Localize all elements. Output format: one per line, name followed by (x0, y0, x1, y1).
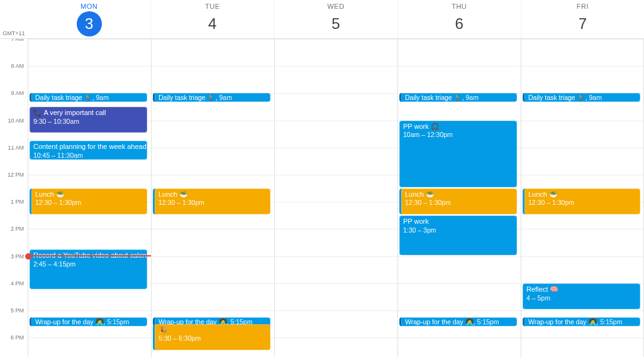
hour-gridline (152, 148, 274, 148)
hour-gridline (275, 175, 397, 175)
hour-gridline (152, 256, 274, 257)
event-time: 5:15pm (104, 318, 130, 326)
hour-gutter: 7 AM8 AM9 AM10 AM11 AM12 PM1 PM2 PM3 PM4… (0, 39, 28, 357)
event-title: Daily task triage 🏌️ (405, 94, 462, 101)
day-header: FRI7 (521, 0, 644, 38)
day-column[interactable]: Daily task triage 🏌️9amPP work 🎧10am – 1… (397, 39, 521, 357)
day-of-week-label: TUE (205, 3, 220, 10)
hour-gridline (521, 148, 644, 148)
hour-gridline (152, 66, 274, 67)
day-of-week-label: MON (80, 3, 97, 10)
calendar-event[interactable]: Daily task triage 🏌️9am (399, 93, 517, 102)
hour-label: 2 PM (11, 226, 24, 232)
calendar-event[interactable]: Lunch 🥗12:30 – 1:30pm (30, 189, 147, 214)
day-number-button[interactable]: 3 (77, 11, 102, 36)
day-columns[interactable]: Daily task triage 🏌️9am📞 A very importan… (28, 39, 644, 357)
hour-gridline (398, 39, 521, 40)
day-number-button[interactable]: 6 (447, 11, 472, 36)
calendar-event[interactable]: Content planning for the week ahead10:45… (30, 141, 147, 160)
day-of-week-label: THU (452, 3, 467, 10)
hour-gridline (28, 229, 151, 229)
day-of-week-label: FRI (577, 3, 589, 10)
event-title: 📞 A very important call (33, 109, 106, 116)
calendar-event[interactable]: PP work1:30 – 3pm (399, 216, 517, 255)
hour-gridline (275, 310, 397, 311)
calendar-event[interactable]: 📞 A very important call9:30 – 10:30am (30, 107, 147, 133)
calendar-event[interactable]: Lunch 🥗12:30 – 1:30pm (153, 189, 270, 214)
calendar-event[interactable]: Lunch 🥗12:30 – 1:30pm (399, 189, 517, 214)
hour-gridline (28, 310, 151, 311)
hour-gridline (275, 256, 397, 257)
calendar-event[interactable]: Daily task triage 🏌️9am (153, 93, 270, 102)
hour-gridline (275, 121, 397, 121)
hour-label: 3 PM (11, 253, 24, 260)
calendar-event[interactable]: Reflect 🧠4 – 5pm (523, 283, 640, 309)
day-of-week-label: WED (327, 3, 344, 10)
hour-label: 11 AM (8, 145, 24, 151)
event-time: 10am – 12:30pm (403, 131, 453, 138)
hour-label: 8 AM (11, 63, 24, 69)
hour-gridline (521, 338, 644, 338)
hour-gridline (152, 175, 274, 175)
hour-gridline (275, 202, 397, 202)
hour-label: 4 PM (11, 280, 24, 287)
event-time: 10:45 – 11:30am (33, 151, 83, 159)
hour-gridline (398, 338, 521, 338)
calendar-event[interactable]: Wrap-up for the day 👩‍💻5:15pm (523, 317, 640, 326)
calendar-event[interactable]: Wrap-up for the day 👩‍💻5:15pm (30, 317, 147, 326)
timezone-label: GMT+11 (0, 0, 28, 38)
event-time: 12:30 – 1:30pm (405, 199, 451, 206)
hour-gridline (28, 66, 151, 67)
event-time: 12:30 – 1:30pm (528, 199, 574, 206)
day-header: MON3 (28, 0, 150, 38)
calendar-event[interactable]: Daily task triage 🏌️9am (523, 93, 640, 102)
day-column[interactable]: Daily task triage 🏌️9amLunch 🥗12:30 – 1:… (151, 39, 274, 357)
day-number-button[interactable]: 4 (200, 11, 225, 36)
event-title: Wrap-up for the day 👩‍💻 (528, 318, 597, 326)
hour-gridline (521, 66, 644, 67)
calendar-event[interactable]: 🎉5:30 – 6:30pm (153, 324, 270, 350)
hour-gridline (521, 229, 644, 229)
calendar-event[interactable]: Daily task triage 🏌️9am (30, 93, 147, 102)
day-number-button[interactable]: 5 (323, 11, 348, 36)
day-header: WED5 (274, 0, 397, 38)
calendar-event[interactable]: PP work 🎧10am – 12:30pm (399, 121, 517, 187)
hour-gridline (521, 310, 644, 311)
hour-gridline (275, 39, 397, 40)
event-time: 9am (462, 94, 479, 101)
event-time: 5:15pm (597, 318, 623, 326)
event-time: 2:45 – 4:15pm (33, 260, 75, 268)
hour-label: 5 PM (11, 307, 24, 314)
hour-gridline (275, 229, 397, 229)
calendar-event[interactable]: Lunch 🥗12:30 – 1:30pm (523, 189, 640, 214)
hour-gridline (275, 66, 397, 67)
calendar-week-view: GMT+11 MON3TUE4WED5THU6FRI7 7 AM8 AM9 AM… (0, 0, 644, 357)
event-title: Wrap-up for the day 👩‍💻 (35, 318, 104, 326)
event-time: 5:15pm (474, 318, 499, 326)
event-time: 4 – 5pm (526, 294, 550, 302)
event-time: 9am (216, 94, 232, 101)
event-title: Daily task triage 🏌️ (35, 94, 92, 101)
hour-gridline (398, 66, 521, 67)
hour-gridline (398, 256, 521, 257)
hour-gridline (152, 229, 274, 229)
day-header: TUE4 (150, 0, 274, 38)
event-title: Wrap-up for the day 👩‍💻 (405, 318, 474, 326)
calendar-grid[interactable]: 7 AM8 AM9 AM10 AM11 AM12 PM1 PM2 PM3 PM4… (0, 39, 644, 357)
event-title: 🎉 (158, 326, 167, 334)
hour-gridline (521, 39, 644, 40)
current-time-indicator (28, 255, 151, 256)
hour-label: 12 PM (8, 172, 24, 178)
day-column[interactable]: Daily task triage 🏌️9amLunch 🥗12:30 – 1:… (521, 39, 644, 357)
day-column[interactable]: Daily task triage 🏌️9am📞 A very importan… (28, 39, 151, 357)
hour-label: 6 PM (11, 334, 24, 341)
event-title: Reflect 🧠 (526, 285, 558, 293)
hour-gridline (521, 175, 644, 175)
day-number-button[interactable]: 7 (570, 11, 595, 36)
calendar-event[interactable]: Wrap-up for the day 👩‍💻5:15pm (399, 317, 517, 326)
event-time: 9am (92, 94, 109, 101)
day-column[interactable] (274, 39, 397, 357)
event-time: 12:30 – 1:30pm (158, 199, 204, 206)
hour-gridline (28, 175, 151, 175)
hour-gridline (28, 39, 151, 40)
